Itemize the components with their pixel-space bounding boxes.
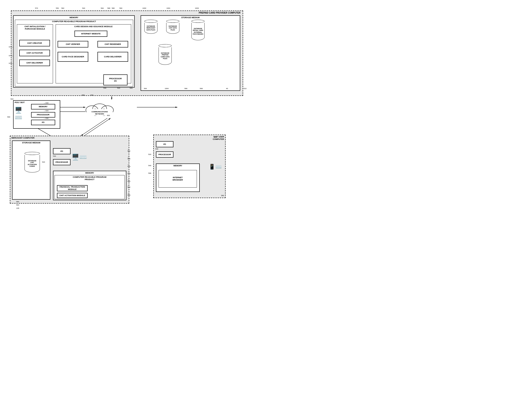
financial-module-box: FINANCIAL TRANSACTION MODULE bbox=[57, 185, 88, 191]
ref-590-pos: 590 bbox=[7, 116, 10, 118]
prepaid-card-computer-box: PREPAID CARD PROVIDER COMPUTER MEMORY CO… bbox=[11, 11, 243, 96]
cyl-top-3 bbox=[191, 20, 204, 23]
ref-576: 576— bbox=[9, 62, 13, 64]
chit-user-io-label: I/O bbox=[163, 143, 166, 145]
ref-540-mc: —540 bbox=[127, 171, 130, 175]
ref-600: 600 bbox=[107, 114, 110, 117]
internet-website-label: INTERNET WEBSITE bbox=[81, 33, 101, 35]
merchant-memory-label: MEMORY bbox=[85, 172, 94, 174]
ref-1003: 1003 bbox=[195, 7, 199, 9]
ref-552: —552 bbox=[127, 178, 130, 182]
ref-520-merchant: 520 bbox=[42, 161, 45, 163]
chit-activation-module-box: CHIT ACTIVATION MODULE bbox=[57, 193, 88, 198]
merchant-computer-icon: 🖥️⌨️ bbox=[72, 147, 87, 167]
svg-line-10 bbox=[81, 118, 107, 136]
internet-browser-label: INTERNETBROWSER bbox=[173, 176, 183, 181]
ref-566: 566 bbox=[184, 88, 187, 90]
chit-verifier-label: CHIT VERIFIER bbox=[66, 43, 80, 46]
chit-user-processor-box: PROCESSOR bbox=[156, 151, 173, 158]
db-merchant-cylinder: DATABASEMERCHANTDATA FILES bbox=[144, 20, 157, 34]
storage-medium-label: STORAGE MEDIUM bbox=[181, 16, 199, 19]
chit-user-computer-box: CHIT USERCOMPUTER I/O 530 PROCESSOR 520 … bbox=[153, 135, 225, 198]
db-chit-cylinder: DATABASECHIT DATAFILES bbox=[166, 20, 179, 34]
ref-589: 589 bbox=[130, 87, 133, 89]
card-face-designer-label: CARD FACE DESIGNER bbox=[62, 55, 84, 58]
chit-redeemer-label: CHIT REDEEMER bbox=[105, 43, 121, 46]
cyl-top-4 bbox=[159, 44, 172, 47]
ref-590-mc: —590 bbox=[127, 156, 130, 160]
ref-135: 135 bbox=[16, 207, 19, 209]
ref-520-cu: 520 bbox=[148, 153, 151, 155]
db-retail-label: DATABASERETAIL CARDEXTERNALFACE IMAGES bbox=[192, 27, 204, 36]
cyl-body-1: DATABASEMERCHANTDATA FILES bbox=[144, 23, 157, 34]
ref-520-mc2: —520 bbox=[127, 164, 130, 167]
pos-processor-label: PROCESSOR bbox=[37, 114, 49, 116]
db-chit-label: DATABASECHIT DATAFILES bbox=[168, 25, 177, 31]
ref-550: 550 bbox=[56, 7, 59, 9]
ref-530-merchant: 530 bbox=[53, 155, 56, 157]
chit-redeemer-box: CHIT REDEEMER bbox=[98, 41, 128, 48]
pos-processor-box: PROCESSOR bbox=[31, 112, 55, 117]
pos-memory-label: MEMORY bbox=[39, 105, 48, 108]
pos-bot-box: POS / BOT MEMORY PROCESSOR I/O 🖥️⌨️ bbox=[13, 100, 60, 129]
ref-560-merchant: 560 bbox=[16, 201, 19, 203]
merchant-crpp-box: COMPUTER READABLE PROGRAMPRODUCT FINANCI… bbox=[55, 175, 125, 199]
pos-computer-icon: 🖥️⌨️ bbox=[15, 104, 28, 124]
merchant-cyl-body: DATABASECHITACTIVATIONCODES bbox=[25, 155, 40, 172]
financial-module-label: FINANCIAL TRANSACTION MODULE bbox=[57, 186, 87, 191]
svg-text:NETWORK: NETWORK bbox=[95, 113, 104, 115]
svg-text:COMMUNICATIONS: COMMUNICATIONS bbox=[92, 111, 108, 113]
cyl-body-2: DATABASECHIT DATAFILES bbox=[166, 23, 179, 34]
merchant-db-cylinder: DATABASECHITACTIVATIONCODES bbox=[25, 152, 40, 172]
card-deliverer-label: CARD DELIVERER bbox=[104, 55, 121, 58]
card-deliverer-box: CARD DELIVERER bbox=[98, 52, 128, 62]
pos-io-label: I/O bbox=[42, 121, 44, 124]
prepaid-processor-box: PROCESSORI/O bbox=[103, 74, 127, 85]
ref-530-pos: —530 bbox=[44, 117, 48, 119]
ref-568: 568 bbox=[200, 88, 203, 90]
communications-network-area: COMMUNICATIONS NETWORK 600 bbox=[83, 98, 116, 120]
card-design-label: CARD DESIGN AND ISSUANCE MODULE bbox=[74, 25, 113, 28]
cyl-top-1 bbox=[144, 20, 157, 23]
ref-530-cu: 530 bbox=[155, 148, 158, 150]
cyl-top-2 bbox=[166, 20, 179, 23]
merchant-io-label: I/O bbox=[60, 150, 63, 152]
internet-website-box: INTERNET WEBSITE bbox=[74, 31, 107, 37]
merchant-storage-label: STORAGE MEDIUM bbox=[22, 142, 40, 144]
ref-506: 506 bbox=[214, 136, 217, 138]
prepaid-card-label: PREPAID CARD PROVIDER COMPUTER bbox=[199, 12, 240, 14]
ref-520-prepaid: 520 bbox=[117, 87, 120, 89]
ref-582: 582 bbox=[61, 7, 64, 9]
merchant-memory-box: MEMORY COMPUTER READABLE PROGRAMPRODUCT … bbox=[53, 171, 126, 200]
pos-io-box: I/O bbox=[31, 120, 55, 125]
main-diagram: 570 550 582 540 584 586 580 560 1002 100… bbox=[0, 0, 254, 210]
chit-init-label: CHIT INITIALIZATION / PURCHASE MODULE bbox=[21, 25, 49, 30]
ref-594: —594 bbox=[127, 192, 130, 196]
crpp-label: COMPUTER READABLE PROGRAM PRODUCT bbox=[52, 20, 96, 23]
ref-590-cu: 590 bbox=[221, 195, 224, 197]
db-merchant-label: DATABASEMERCHANTDATA FILES bbox=[146, 25, 156, 31]
storage-medium-box: STORAGE MEDIUM DATABASEMERCHANTDATA FILE… bbox=[141, 15, 240, 91]
cloud-svg: COMMUNICATIONS NETWORK bbox=[83, 100, 116, 117]
ref-572: 572— bbox=[9, 46, 13, 48]
ref-540-cu: 540 bbox=[148, 165, 151, 166]
merchant-crpp-label: COMPUTER READABLE PROGRAMPRODUCT bbox=[73, 176, 106, 181]
cyl-body-3: DATABASERETAIL CARDEXTERNALFACE IMAGES bbox=[191, 23, 204, 40]
ref-588: 588 bbox=[82, 94, 84, 96]
memory-label: MEMORY bbox=[70, 16, 78, 19]
chit-user-device-icon: 📱⌨️ bbox=[208, 157, 223, 177]
chit-activation-module-label: CHIT ACTIVATION MODULE bbox=[59, 194, 85, 197]
ref-592: —592 bbox=[127, 184, 130, 188]
chit-user-memory-box: MEMORY INTERNETBROWSER bbox=[156, 164, 200, 192]
pos-memory-box: MEMORY bbox=[31, 104, 55, 110]
chit-user-memory-label: MEMORY bbox=[173, 165, 182, 167]
db-prepaid-label: DATABASEPREPAIDCARD DATAFILES bbox=[160, 52, 170, 60]
ref-520-pos: —520 bbox=[44, 110, 48, 112]
merchant-computer-box: MERCHANT COMPUTER STORAGE MEDIUM DATABAS… bbox=[10, 136, 129, 204]
merchant-processor-label: PROCESSOR bbox=[56, 161, 68, 164]
card-face-designer-box: CARD FACE DESIGNER bbox=[58, 52, 88, 62]
svg-line-11 bbox=[84, 118, 111, 136]
chit-user-io-box: I/O bbox=[156, 141, 173, 147]
ref-560-top: 560 bbox=[119, 7, 122, 9]
merchant-io-box: I/O bbox=[53, 148, 70, 154]
